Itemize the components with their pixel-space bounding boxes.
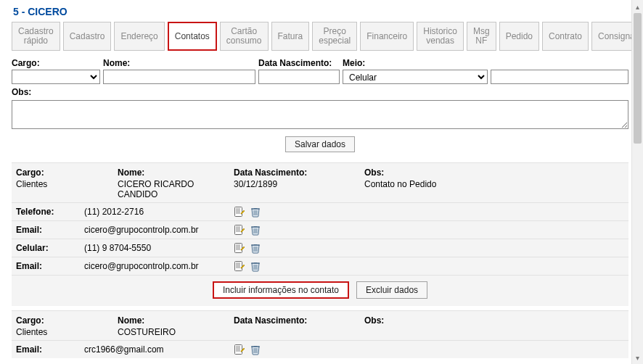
main-scroll-area[interactable]: 5 - CICERO Cadastro rápidoCadastroEndere… xyxy=(0,0,631,364)
cargo-label: Cargo: xyxy=(12,57,100,70)
tab-10[interactable]: Pedido xyxy=(499,22,539,51)
nome-label: Nome: xyxy=(103,57,255,70)
contact-header: Cargo:ClientesNome:CICERO RICARDO CANDID… xyxy=(12,163,628,202)
save-button[interactable]: Salvar dados xyxy=(285,136,355,152)
contact-nome_label: Nome: xyxy=(118,315,234,326)
trash-icon[interactable] xyxy=(250,260,261,272)
edit-icon[interactable] xyxy=(234,206,245,218)
contact-nome_value: CICERO RICARDO CANDIDO xyxy=(118,179,234,199)
contact-method-row: Celular:(11) 9 8704-5550 xyxy=(12,239,628,257)
trash-icon[interactable] xyxy=(250,206,261,218)
tab-2[interactable]: Endereço xyxy=(114,22,164,51)
obs-textarea[interactable] xyxy=(12,100,628,129)
trash-icon[interactable] xyxy=(250,224,261,236)
contact-block: Cargo:ClientesNome:CICERO RICARDO CANDID… xyxy=(12,162,628,306)
meio-label: Meio: xyxy=(343,57,488,70)
delete-data-button[interactable]: Excluir dados xyxy=(356,281,427,299)
method-value: cicero@grupocontrolp.com.br xyxy=(84,261,234,271)
trash-icon[interactable] xyxy=(250,344,261,355)
data-nasc-label: Data Nascimento: xyxy=(258,57,340,70)
method-value: (11) 2012-2716 xyxy=(84,207,234,217)
nome-input[interactable] xyxy=(103,70,255,84)
contact-block: Cargo:ClientesNome:COSTUREIROData Nascim… xyxy=(12,310,628,358)
contact-dn_label: Data Nascimento: xyxy=(234,315,364,326)
contact-cargo_value: Clientes xyxy=(16,327,118,337)
method-label: Celular: xyxy=(16,243,84,253)
contact-nome_label: Nome: xyxy=(118,167,234,178)
cargo-select[interactable] xyxy=(12,70,100,84)
tab-6[interactable]: Preço especial xyxy=(312,22,357,51)
method-value: cicero@grupocontrolp.com.br xyxy=(84,225,234,235)
edit-icon[interactable] xyxy=(234,344,245,355)
contact-obs_label: Obs: xyxy=(364,167,524,178)
tab-11[interactable]: Contrato xyxy=(542,22,589,51)
scroll-up-arrow-icon[interactable]: ▴ xyxy=(632,0,643,13)
trash-icon[interactable] xyxy=(250,242,261,254)
contact-method-row: Telefone:(11) 2012-2716 xyxy=(12,202,628,220)
tab-5[interactable]: Fatura xyxy=(271,22,310,51)
data-nasc-input[interactable] xyxy=(258,70,340,84)
contact-method-row: Email:crc1966@gmail.com xyxy=(12,340,628,358)
method-label: Email: xyxy=(16,344,84,355)
tab-1[interactable]: Cadastro xyxy=(63,22,112,51)
contact-cargo_label: Cargo: xyxy=(16,167,118,178)
contact-dn_value: 30/12/1899 xyxy=(234,179,364,189)
edit-icon[interactable] xyxy=(234,260,245,272)
contact-obs_value: Contato no Pedido xyxy=(364,179,524,189)
include-info-button[interactable]: Incluir informações no contato xyxy=(213,281,349,299)
tab-9[interactable]: Msg NF xyxy=(467,22,496,51)
tab-0[interactable]: Cadastro rápido xyxy=(12,22,60,51)
contact-cargo_value: Clientes xyxy=(16,179,118,189)
contact-actions: Incluir informações no contatoExcluir da… xyxy=(12,275,628,306)
scroll-down-arrow-icon[interactable]: ▾ xyxy=(632,351,643,364)
method-label: Email: xyxy=(16,261,84,271)
meio-extra-label xyxy=(491,57,628,70)
contact-method-row: Email:cicero@grupocontrolp.com.br xyxy=(12,257,628,275)
tab-7[interactable]: Financeiro xyxy=(360,22,414,51)
meio-extra-input[interactable] xyxy=(491,70,628,84)
contact-method-row: Email:cicero@grupocontrolp.com.br xyxy=(12,220,628,239)
method-label: Telefone: xyxy=(16,207,84,217)
method-value: (11) 9 8704-5550 xyxy=(84,243,234,253)
scrollbar-thumb[interactable] xyxy=(634,13,642,144)
contact-dn_label: Data Nascimento: xyxy=(234,167,364,178)
page-title: 5 - CICERO xyxy=(12,0,628,22)
tab-4[interactable]: Cartão consumo xyxy=(220,22,269,51)
contact-header: Cargo:ClientesNome:COSTUREIROData Nascim… xyxy=(12,311,628,340)
tab-8[interactable]: Historico vendas xyxy=(417,22,464,51)
tab-bar: Cadastro rápidoCadastroEndereçoContatosC… xyxy=(12,22,628,51)
method-value: crc1966@gmail.com xyxy=(84,344,234,355)
contact-nome_value: COSTUREIRO xyxy=(118,327,234,337)
meio-select[interactable]: Celular xyxy=(343,70,488,84)
edit-icon[interactable] xyxy=(234,242,245,254)
contact-cargo_label: Cargo: xyxy=(16,315,118,326)
tab-12[interactable]: Consignação xyxy=(591,22,631,51)
edit-icon[interactable] xyxy=(234,224,245,236)
obs-label: Obs: xyxy=(12,87,628,97)
vertical-scrollbar[interactable]: ▴ ▾ xyxy=(631,0,643,364)
contact-obs_label: Obs: xyxy=(364,315,524,326)
method-label: Email: xyxy=(16,225,84,235)
tab-3[interactable]: Contatos xyxy=(168,22,217,51)
